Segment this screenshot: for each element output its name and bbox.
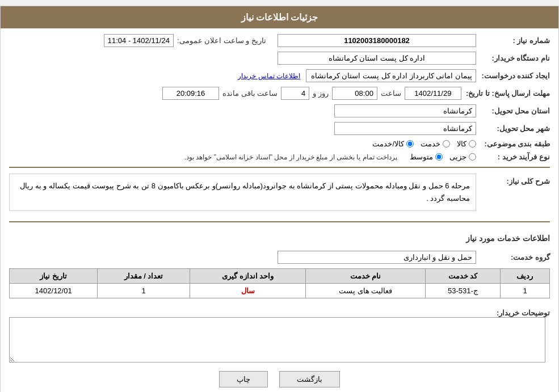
province-label: استان محل تحویل:: [476, 107, 550, 115]
process-motavasset-label: متوسط: [410, 153, 433, 161]
col-header-code: کد خدمت: [425, 269, 500, 284]
category-both[interactable]: کالا/خدمت: [372, 140, 414, 148]
process-label: نوع فرآیند خرید :: [476, 153, 550, 161]
services-table: ردیف کد خدمت نام خدمت واحد اندازه گیری ت…: [9, 268, 550, 298]
deadline-remaining: 20:09:16: [162, 87, 219, 100]
divider-1: [9, 167, 550, 168]
need-number-label: شماره نیاز :: [476, 36, 550, 45]
province-value: کرمانشاه: [334, 104, 476, 117]
category-khedmat-label: خدمت: [421, 140, 440, 148]
requester-org-label: نام دستگاه خریدار:: [476, 54, 550, 62]
date-label: تاریخ و ساعت اعلان عمومی:: [177, 36, 266, 45]
col-header-date: تاریخ نیاز: [10, 269, 98, 284]
category-radio-kala[interactable]: [469, 140, 476, 147]
creator-label: ایجاد کننده درخواست:: [476, 71, 550, 80]
services-section-title: اطلاعات خدمات مورد نیاز: [466, 234, 550, 243]
col-header-row: ردیف: [500, 269, 549, 284]
page-header: جزئیات اطلاعات نیاز: [1, 6, 558, 28]
col-header-qty: تعداد / مقدار: [98, 269, 190, 284]
description-label: شرح کلی نیاز:: [476, 177, 550, 186]
city-label: شهر محل تحویل:: [476, 124, 550, 133]
category-kala-label: کالا: [457, 140, 466, 148]
table-cell: 1: [98, 284, 190, 298]
deadline-days: 4: [281, 87, 309, 100]
service-group-value: حمل و نقل و انبارداری: [278, 251, 476, 264]
process-jozi-label: جزیی: [449, 153, 466, 161]
date-value: 1402/11/24 - 11:04: [104, 34, 174, 47]
print-button[interactable]: چاپ: [219, 371, 268, 387]
process-radio-jozi[interactable]: [469, 153, 476, 161]
category-radio-khedmat[interactable]: [443, 140, 450, 147]
return-button[interactable]: بازگشت: [279, 371, 340, 387]
need-number-value: 1102003180000182: [278, 34, 476, 47]
table-cell: سال: [190, 284, 306, 298]
deadline-label: مهلت ارسال پاسخ: تا تاریخ:: [461, 89, 550, 98]
table-cell: 1402/12/01: [10, 284, 98, 298]
process-motavasset[interactable]: متوسط: [410, 153, 443, 161]
description-box: مرحله 6 حمل و نقل ومبادله محمولات پستی ا…: [9, 174, 476, 211]
service-group-label: گروه خدمت:: [476, 253, 550, 262]
process-radio-group: جزیی متوسط پرداخت تمام یا بخشی از مبلغ خ…: [184, 153, 476, 161]
buyer-notes-label: توضیحات خریدار:: [476, 309, 550, 317]
city-value: کرمانشاه: [334, 122, 476, 135]
deadline-time-label: ساعت: [381, 89, 401, 98]
category-khedmat[interactable]: خدمت: [421, 140, 450, 148]
col-header-unit: واحد اندازه گیری: [190, 269, 306, 284]
description-text: مرحله 6 حمل و نقل ومبادله محمولات پستی ا…: [20, 182, 470, 203]
category-label: طبقه بندی موضوعی:: [476, 140, 550, 148]
buyer-notes-textarea[interactable]: [9, 317, 545, 363]
category-kala[interactable]: کالا: [457, 140, 476, 148]
table-cell: ج-531-53: [425, 284, 500, 298]
creator-value: پیمان امانی کاربرداز اداره کل پست استان …: [306, 69, 476, 82]
page-title: جزئیات اطلاعات نیاز: [241, 12, 318, 22]
category-radio-both[interactable]: [406, 140, 414, 147]
deadline-time: 08:00: [332, 87, 377, 100]
contact-link[interactable]: اطلاعات تماس خریدار: [238, 72, 300, 80]
category-radio-group: کالا خدمت کالا/خدمت: [372, 140, 476, 148]
category-both-label: کالا/خدمت: [372, 140, 404, 148]
deadline-remaining-label: ساعت باقی مانده: [222, 89, 278, 98]
process-jozi[interactable]: جزیی: [449, 153, 476, 161]
process-radio-motavasset[interactable]: [435, 153, 443, 161]
table-cell: فعالیت های پست: [306, 284, 425, 298]
col-header-name: نام خدمت: [306, 269, 425, 284]
deadline-day-label: روز و: [313, 89, 329, 98]
table-cell: 1: [500, 284, 549, 298]
process-desc: پرداخت تمام یا بخشی از مبلغ خریدار از مح…: [184, 153, 397, 161]
buttons-row: بازگشت چاپ: [9, 371, 550, 387]
requester-org-value: اداره کل پست استان کرمانشاه: [278, 52, 476, 65]
table-row: 1ج-531-53فعالیت های پستسال11402/12/01: [10, 284, 550, 298]
divider-2: [9, 221, 550, 222]
deadline-date: 1402/11/29: [405, 87, 461, 100]
